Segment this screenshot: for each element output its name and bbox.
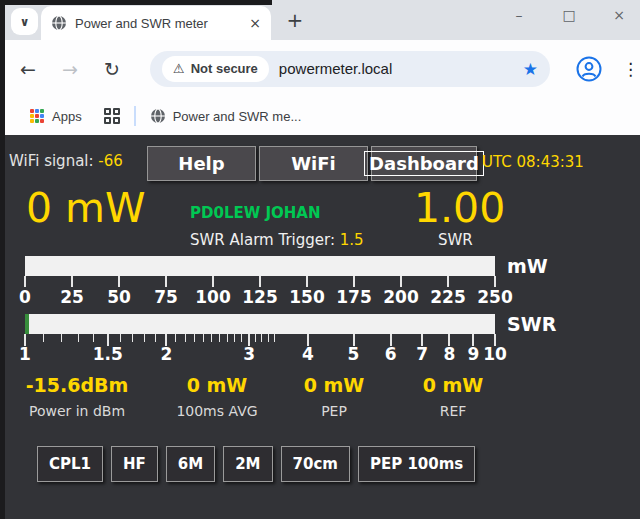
maximize-icon[interactable]: □ <box>560 7 578 23</box>
wifi-signal-label: WiFi signal: <box>9 152 94 170</box>
apps-label[interactable]: Apps <box>52 109 82 124</box>
menu-kebab-icon[interactable]: ⋮ <box>622 59 638 79</box>
swr-alarm-label: SWR Alarm Trigger: <box>190 231 335 249</box>
reading-list-grid-icon[interactable] <box>104 108 120 124</box>
swr-alarm-trigger: SWR Alarm Trigger: 1.5 <box>190 231 364 249</box>
apps-grid-icon[interactable] <box>30 109 44 123</box>
hf-button[interactable]: HF <box>111 446 158 482</box>
power-readout: 0 mW <box>26 188 146 229</box>
window-close-icon[interactable]: × <box>610 7 628 23</box>
warning-icon: ⚠ <box>173 61 185 76</box>
chevron-down-icon: ∨ <box>20 15 30 29</box>
url-text: powermeter.local <box>279 60 392 77</box>
bookmark-title: Power and SWR me... <box>173 109 302 124</box>
wifi-button[interactable]: WiFi <box>259 146 368 181</box>
tab-title: Power and SWR meter <box>75 16 241 31</box>
wifi-signal-value: -66 <box>98 152 123 170</box>
tab-close-icon[interactable]: × <box>249 15 261 31</box>
browser-toolbar: ← → ↻ ⚠ Not secure powermeter.local ★ ⋮ <box>0 40 640 97</box>
6m-button[interactable]: 6M <box>166 446 215 482</box>
power-meter-unit: mW <box>507 255 548 277</box>
power-meter-ticks <box>25 276 495 287</box>
globe-favicon-icon <box>51 15 67 31</box>
tab-search-button[interactable]: ∨ <box>11 8 38 35</box>
globe-favicon-icon <box>150 108 166 124</box>
profile-icon[interactable] <box>576 56 602 82</box>
power-meter-bar <box>25 256 495 276</box>
readout-value: -15.6dBm <box>2 374 152 396</box>
back-icon[interactable]: ← <box>16 58 40 80</box>
reload-icon[interactable]: ↻ <box>100 58 124 80</box>
bookmarks-separator <box>134 106 136 126</box>
browser-window: ∨ Power and SWR meter × + – □ × ← → ↻ ⚠ … <box>0 0 640 519</box>
mode-buttons: CPL1 HF 6M 2M 70cm PEP 100ms <box>37 446 475 482</box>
cpl1-button[interactable]: CPL1 <box>37 446 103 482</box>
utc-clock: UTC 08:43:31 <box>482 153 584 171</box>
bookmarks-bar: Apps Power and SWR me... <box>0 97 640 135</box>
window-controls: – □ × <box>510 7 628 23</box>
70cm-button[interactable]: 70cm <box>281 446 350 482</box>
readout-label: Power in dBm <box>2 403 152 419</box>
address-bar[interactable]: ⚠ Not secure powermeter.local ★ <box>150 51 550 87</box>
swr-meter-unit: SWR <box>507 313 556 335</box>
2m-button[interactable]: 2M <box>223 446 272 482</box>
dashboard-button[interactable]: Dashboard <box>371 146 477 181</box>
readout-label: REF <box>378 403 528 419</box>
security-chip-label: Not secure <box>191 61 258 76</box>
readout-ref: 0 mW REF <box>378 374 528 419</box>
swr-meter-bar <box>25 314 495 334</box>
readout-value: 0 mW <box>378 374 528 396</box>
window-frame-top <box>0 0 272 5</box>
swr-meter-fill <box>25 314 29 334</box>
browser-tab[interactable]: Power and SWR meter × <box>41 6 271 40</box>
callsign: PD0LEW JOHAN <box>190 204 321 222</box>
new-tab-button[interactable]: + <box>283 8 307 32</box>
swr-caption: SWR <box>438 231 473 249</box>
bookmark-item[interactable]: Power and SWR me... <box>150 108 302 124</box>
dashboard-page: WiFi signal: -66 Help WiFi Dashboard UTC… <box>0 135 640 519</box>
wifi-signal: WiFi signal: -66 <box>9 152 123 170</box>
swr-alarm-value: 1.5 <box>340 231 364 249</box>
readout-dbm: -15.6dBm Power in dBm <box>2 374 152 419</box>
swr-readout: 1.00 <box>414 188 505 229</box>
bookmark-star-icon[interactable]: ★ <box>523 59 538 79</box>
pep-100ms-button[interactable]: PEP 100ms <box>358 446 475 482</box>
forward-icon[interactable]: → <box>58 58 82 80</box>
minimize-icon[interactable]: – <box>510 7 528 23</box>
tab-strip: ∨ Power and SWR meter × + – □ × <box>0 0 640 40</box>
security-chip[interactable]: ⚠ Not secure <box>162 56 269 82</box>
help-button[interactable]: Help <box>147 146 256 181</box>
window-frame-left <box>0 0 5 519</box>
